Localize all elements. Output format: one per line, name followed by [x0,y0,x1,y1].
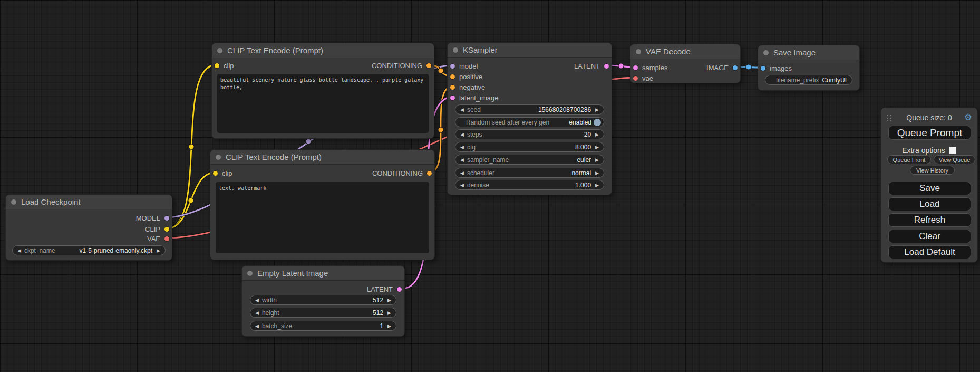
increment-arrow-icon[interactable]: ▶ [595,107,599,112]
collapse-dot[interactable] [216,155,221,160]
node-empty-latent-image[interactable]: Empty Latent Image LATENT ◀ width 512 ▶ … [241,265,405,337]
input-slot-clip[interactable]: clip [215,61,234,70]
filename-prefix-widget[interactable]: filename_prefix ComfyUI [765,75,852,85]
refresh-button[interactable]: Refresh [888,213,971,227]
denoise-widget[interactable]: ◀ denoise 1.000 ▶ [455,180,604,190]
collapse-dot[interactable] [247,271,253,276]
decrement-arrow-icon[interactable]: ◀ [460,145,464,150]
output-slot-latent[interactable]: LATENT [367,284,402,294]
seed-widget[interactable]: ◀ seed 156680208700286 ▶ [455,104,604,115]
increment-arrow-icon[interactable]: ▶ [595,157,599,163]
increment-arrow-icon[interactable]: ▶ [595,132,599,137]
decrement-arrow-icon[interactable]: ◀ [460,132,464,137]
clip-output-dot[interactable] [164,227,169,232]
output-slot-latent[interactable]: LATENT [574,61,609,71]
samples-input-dot[interactable] [633,65,638,70]
gear-icon[interactable]: ⚙ [964,112,972,123]
input-slot-clip[interactable]: clip [213,168,232,178]
width-widget[interactable]: ◀ width 512 ▶ [250,295,396,305]
positive-prompt-textarea[interactable]: beautiful scenery nature glass bottle la… [217,74,429,133]
positive-input-dot[interactable] [450,74,455,79]
node-title-bar[interactable]: CLIP Text Encode (Prompt) [210,150,434,165]
input-slot-samples[interactable]: samples [633,63,667,72]
output-slot-conditioning[interactable]: CONDITIONING [372,168,432,178]
decrement-arrow-icon[interactable]: ◀ [460,157,464,163]
cfg-widget[interactable]: ◀ cfg 8.000 ▶ [455,142,604,152]
load-default-button[interactable]: Load Default [888,245,971,259]
view-queue-button[interactable]: View Queue [934,155,975,164]
node-clip-text-encode-negative[interactable]: CLIP Text Encode (Prompt) clip CONDITION… [210,149,435,260]
queue-front-button[interactable]: Queue Front [887,155,931,164]
increment-arrow-icon[interactable]: ▶ [595,145,599,150]
output-slot-image[interactable]: IMAGE [706,63,738,72]
model-output-dot[interactable] [164,216,169,221]
increment-arrow-icon[interactable]: ▶ [157,248,160,253]
ckpt-name-widget[interactable]: ◀ ckpt_name v1-5-pruned-emaonly.ckpt ▶ [12,245,166,255]
node-clip-text-encode-positive[interactable]: CLIP Text Encode (Prompt) clip CONDITION… [211,43,434,139]
input-slot-positive[interactable]: positive [450,72,482,81]
input-slot-model[interactable]: model [450,61,478,71]
clear-button[interactable]: Clear [888,230,971,243]
decrement-arrow-icon[interactable]: ◀ [460,170,464,176]
latent-output-dot[interactable] [397,287,402,292]
node-title-bar[interactable]: VAE Decode [630,44,740,59]
node-title-bar[interactable]: Empty Latent Image [242,266,404,281]
decrement-arrow-icon[interactable]: ◀ [255,323,259,329]
output-slot-clip[interactable]: CLIP [145,224,169,234]
latent-output-dot[interactable] [604,64,609,69]
images-input-dot[interactable] [761,66,765,71]
node-title-bar[interactable]: KSampler [448,43,612,58]
batch-size-widget[interactable]: ◀ batch_size 1 ▶ [250,321,396,331]
extra-options-checkbox[interactable] [949,147,956,154]
input-slot-negative[interactable]: negative [450,82,485,92]
increment-arrow-icon[interactable]: ▶ [595,170,599,176]
output-slot-vae[interactable]: VAE [147,234,169,243]
random-seed-widget[interactable]: Random seed after every gen enabled [455,117,604,127]
steps-widget[interactable]: ◀ steps 20 ▶ [455,129,604,139]
clip-input-dot[interactable] [215,63,219,68]
load-button[interactable]: Load [888,197,971,211]
decrement-arrow-icon[interactable]: ◀ [255,298,259,303]
node-ksampler[interactable]: KSampler model positive negative latent_… [447,42,612,195]
node-title-bar[interactable]: Save Image [758,45,859,60]
increment-arrow-icon[interactable]: ▶ [595,183,599,188]
height-widget[interactable]: ◀ height 512 ▶ [250,308,396,318]
latent-image-input-dot[interactable] [450,96,455,100]
collapse-dot[interactable] [763,50,769,55]
collapse-dot[interactable] [11,199,16,205]
model-input-dot[interactable] [450,64,455,69]
save-button[interactable]: Save [888,182,971,195]
conditioning-output-dot[interactable] [427,171,432,176]
collapse-dot[interactable] [217,48,222,53]
node-load-checkpoint[interactable]: Load Checkpoint MODEL CLIP VAE ◀ ckpt_na… [5,194,172,261]
view-history-button[interactable]: View History [910,166,955,175]
comfyui-canvas[interactable]: { "colors": { "model": "#B39DDB", "clip"… [0,0,980,372]
decrement-arrow-icon[interactable]: ◀ [460,107,464,112]
decrement-arrow-icon[interactable]: ◀ [17,248,21,253]
input-slot-latent-image[interactable]: latent_image [450,93,498,102]
decrement-arrow-icon[interactable]: ◀ [460,183,464,188]
input-slot-images[interactable]: images [761,63,792,73]
output-slot-conditioning[interactable]: CONDITIONING [372,61,431,70]
negative-prompt-textarea[interactable]: text, watermark [216,182,429,253]
input-slot-vae[interactable]: vae [633,73,653,83]
increment-arrow-icon[interactable]: ▶ [387,310,391,316]
clip-input-dot[interactable] [213,171,218,176]
collapse-dot[interactable] [453,47,458,53]
node-vae-decode[interactable]: VAE Decode samples vae IMAGE [630,44,741,83]
negative-input-dot[interactable] [450,85,455,90]
increment-arrow-icon[interactable]: ▶ [387,323,391,329]
image-output-dot[interactable] [733,65,738,70]
node-title-bar[interactable]: CLIP Text Encode (Prompt) [212,43,434,58]
output-slot-model[interactable]: MODEL [136,213,169,223]
vae-input-dot[interactable] [633,76,638,81]
queue-prompt-button[interactable]: Queue Prompt [888,126,971,140]
scheduler-widget[interactable]: ◀ scheduler normal ▶ [455,168,604,178]
vae-output-dot[interactable] [164,236,169,241]
random-seed-toggle[interactable] [594,119,601,126]
sampler-name-widget[interactable]: ◀ sampler_name euler ▶ [455,155,604,165]
node-save-image[interactable]: Save Image images filename_prefix ComfyU… [758,45,860,91]
node-title-bar[interactable]: Load Checkpoint [6,195,172,209]
conditioning-output-dot[interactable] [426,63,431,68]
increment-arrow-icon[interactable]: ▶ [387,298,391,303]
